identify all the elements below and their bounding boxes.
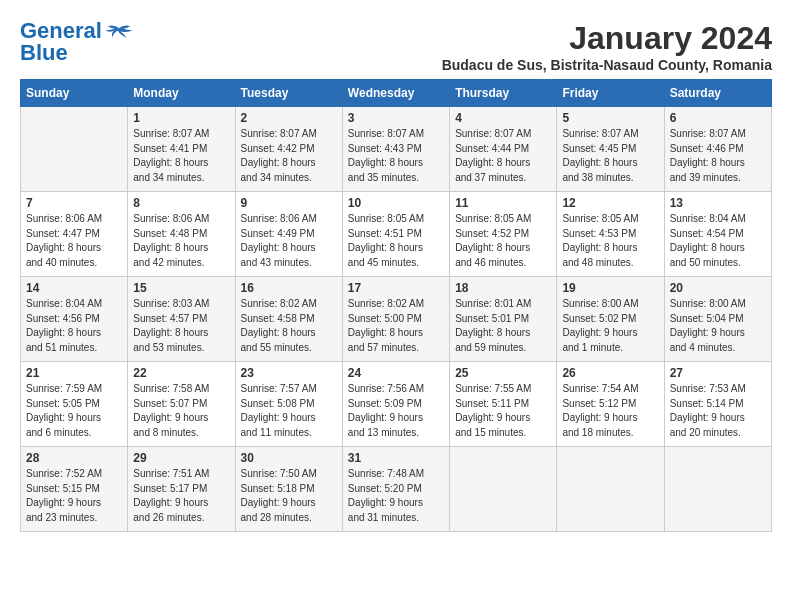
month-title: January 2024 xyxy=(442,20,772,57)
calendar-cell: 26Sunrise: 7:54 AM Sunset: 5:12 PM Dayli… xyxy=(557,362,664,447)
calendar-cell: 10Sunrise: 8:05 AM Sunset: 4:51 PM Dayli… xyxy=(342,192,449,277)
day-number: 29 xyxy=(133,451,229,465)
calendar-cell: 3Sunrise: 8:07 AM Sunset: 4:43 PM Daylig… xyxy=(342,107,449,192)
day-number: 8 xyxy=(133,196,229,210)
day-number: 11 xyxy=(455,196,551,210)
day-number: 7 xyxy=(26,196,122,210)
day-number: 25 xyxy=(455,366,551,380)
day-info: Sunrise: 8:07 AM Sunset: 4:46 PM Dayligh… xyxy=(670,127,766,185)
calendar-cell xyxy=(557,447,664,532)
day-info: Sunrise: 8:05 AM Sunset: 4:53 PM Dayligh… xyxy=(562,212,658,270)
day-number: 14 xyxy=(26,281,122,295)
calendar-cell: 4Sunrise: 8:07 AM Sunset: 4:44 PM Daylig… xyxy=(450,107,557,192)
calendar-week-row: 28Sunrise: 7:52 AM Sunset: 5:15 PM Dayli… xyxy=(21,447,772,532)
day-number: 28 xyxy=(26,451,122,465)
calendar-cell: 23Sunrise: 7:57 AM Sunset: 5:08 PM Dayli… xyxy=(235,362,342,447)
day-info: Sunrise: 8:03 AM Sunset: 4:57 PM Dayligh… xyxy=(133,297,229,355)
calendar-cell: 28Sunrise: 7:52 AM Sunset: 5:15 PM Dayli… xyxy=(21,447,128,532)
day-info: Sunrise: 8:06 AM Sunset: 4:48 PM Dayligh… xyxy=(133,212,229,270)
day-info: Sunrise: 8:01 AM Sunset: 5:01 PM Dayligh… xyxy=(455,297,551,355)
calendar-cell: 29Sunrise: 7:51 AM Sunset: 5:17 PM Dayli… xyxy=(128,447,235,532)
day-number: 6 xyxy=(670,111,766,125)
weekday-header-cell: Thursday xyxy=(450,80,557,107)
day-info: Sunrise: 7:52 AM Sunset: 5:15 PM Dayligh… xyxy=(26,467,122,525)
calendar-cell: 18Sunrise: 8:01 AM Sunset: 5:01 PM Dayli… xyxy=(450,277,557,362)
calendar-cell xyxy=(664,447,771,532)
weekday-header-cell: Friday xyxy=(557,80,664,107)
calendar-week-row: 7Sunrise: 8:06 AM Sunset: 4:47 PM Daylig… xyxy=(21,192,772,277)
calendar-cell: 22Sunrise: 7:58 AM Sunset: 5:07 PM Dayli… xyxy=(128,362,235,447)
day-number: 30 xyxy=(241,451,337,465)
day-number: 16 xyxy=(241,281,337,295)
calendar-cell: 6Sunrise: 8:07 AM Sunset: 4:46 PM Daylig… xyxy=(664,107,771,192)
day-info: Sunrise: 7:48 AM Sunset: 5:20 PM Dayligh… xyxy=(348,467,444,525)
calendar-cell xyxy=(450,447,557,532)
day-number: 31 xyxy=(348,451,444,465)
weekday-header-cell: Monday xyxy=(128,80,235,107)
calendar-cell: 8Sunrise: 8:06 AM Sunset: 4:48 PM Daylig… xyxy=(128,192,235,277)
day-number: 26 xyxy=(562,366,658,380)
day-info: Sunrise: 8:07 AM Sunset: 4:45 PM Dayligh… xyxy=(562,127,658,185)
calendar-cell: 13Sunrise: 8:04 AM Sunset: 4:54 PM Dayli… xyxy=(664,192,771,277)
calendar-cell: 25Sunrise: 7:55 AM Sunset: 5:11 PM Dayli… xyxy=(450,362,557,447)
day-info: Sunrise: 8:04 AM Sunset: 4:56 PM Dayligh… xyxy=(26,297,122,355)
calendar-cell: 7Sunrise: 8:06 AM Sunset: 4:47 PM Daylig… xyxy=(21,192,128,277)
day-info: Sunrise: 7:55 AM Sunset: 5:11 PM Dayligh… xyxy=(455,382,551,440)
day-number: 19 xyxy=(562,281,658,295)
day-number: 1 xyxy=(133,111,229,125)
day-info: Sunrise: 7:54 AM Sunset: 5:12 PM Dayligh… xyxy=(562,382,658,440)
weekday-header-cell: Wednesday xyxy=(342,80,449,107)
day-number: 18 xyxy=(455,281,551,295)
day-info: Sunrise: 8:02 AM Sunset: 4:58 PM Dayligh… xyxy=(241,297,337,355)
day-info: Sunrise: 8:05 AM Sunset: 4:52 PM Dayligh… xyxy=(455,212,551,270)
calendar-cell: 11Sunrise: 8:05 AM Sunset: 4:52 PM Dayli… xyxy=(450,192,557,277)
calendar-table: SundayMondayTuesdayWednesdayThursdayFrid… xyxy=(20,79,772,532)
logo-bird-icon xyxy=(104,23,134,41)
calendar-cell: 5Sunrise: 8:07 AM Sunset: 4:45 PM Daylig… xyxy=(557,107,664,192)
day-number: 21 xyxy=(26,366,122,380)
calendar-cell: 20Sunrise: 8:00 AM Sunset: 5:04 PM Dayli… xyxy=(664,277,771,362)
calendar-cell: 31Sunrise: 7:48 AM Sunset: 5:20 PM Dayli… xyxy=(342,447,449,532)
subtitle: Budacu de Sus, Bistrita-Nasaud County, R… xyxy=(442,57,772,73)
day-info: Sunrise: 8:00 AM Sunset: 5:02 PM Dayligh… xyxy=(562,297,658,355)
calendar-cell: 19Sunrise: 8:00 AM Sunset: 5:02 PM Dayli… xyxy=(557,277,664,362)
calendar-cell: 21Sunrise: 7:59 AM Sunset: 5:05 PM Dayli… xyxy=(21,362,128,447)
day-info: Sunrise: 8:02 AM Sunset: 5:00 PM Dayligh… xyxy=(348,297,444,355)
calendar-cell: 1Sunrise: 8:07 AM Sunset: 4:41 PM Daylig… xyxy=(128,107,235,192)
day-number: 3 xyxy=(348,111,444,125)
day-number: 20 xyxy=(670,281,766,295)
calendar-cell: 12Sunrise: 8:05 AM Sunset: 4:53 PM Dayli… xyxy=(557,192,664,277)
calendar-body: 1Sunrise: 8:07 AM Sunset: 4:41 PM Daylig… xyxy=(21,107,772,532)
calendar-cell xyxy=(21,107,128,192)
day-number: 24 xyxy=(348,366,444,380)
day-info: Sunrise: 7:57 AM Sunset: 5:08 PM Dayligh… xyxy=(241,382,337,440)
day-number: 5 xyxy=(562,111,658,125)
calendar-cell: 17Sunrise: 8:02 AM Sunset: 5:00 PM Dayli… xyxy=(342,277,449,362)
calendar-cell: 15Sunrise: 8:03 AM Sunset: 4:57 PM Dayli… xyxy=(128,277,235,362)
weekday-header-cell: Saturday xyxy=(664,80,771,107)
day-number: 23 xyxy=(241,366,337,380)
day-info: Sunrise: 8:05 AM Sunset: 4:51 PM Dayligh… xyxy=(348,212,444,270)
weekday-header-cell: Sunday xyxy=(21,80,128,107)
day-number: 12 xyxy=(562,196,658,210)
weekday-header-row: SundayMondayTuesdayWednesdayThursdayFrid… xyxy=(21,80,772,107)
day-info: Sunrise: 8:04 AM Sunset: 4:54 PM Dayligh… xyxy=(670,212,766,270)
calendar-week-row: 14Sunrise: 8:04 AM Sunset: 4:56 PM Dayli… xyxy=(21,277,772,362)
day-info: Sunrise: 8:07 AM Sunset: 4:43 PM Dayligh… xyxy=(348,127,444,185)
title-block: January 2024 Budacu de Sus, Bistrita-Nas… xyxy=(442,20,772,73)
calendar-cell: 16Sunrise: 8:02 AM Sunset: 4:58 PM Dayli… xyxy=(235,277,342,362)
day-number: 10 xyxy=(348,196,444,210)
calendar-cell: 30Sunrise: 7:50 AM Sunset: 5:18 PM Dayli… xyxy=(235,447,342,532)
day-info: Sunrise: 7:58 AM Sunset: 5:07 PM Dayligh… xyxy=(133,382,229,440)
day-number: 9 xyxy=(241,196,337,210)
day-info: Sunrise: 7:59 AM Sunset: 5:05 PM Dayligh… xyxy=(26,382,122,440)
day-number: 4 xyxy=(455,111,551,125)
calendar-cell: 2Sunrise: 8:07 AM Sunset: 4:42 PM Daylig… xyxy=(235,107,342,192)
day-info: Sunrise: 8:00 AM Sunset: 5:04 PM Dayligh… xyxy=(670,297,766,355)
header-area: GeneralBlue January 2024 Budacu de Sus, … xyxy=(20,20,772,73)
calendar-cell: 24Sunrise: 7:56 AM Sunset: 5:09 PM Dayli… xyxy=(342,362,449,447)
calendar-header: SundayMondayTuesdayWednesdayThursdayFrid… xyxy=(21,80,772,107)
day-number: 15 xyxy=(133,281,229,295)
day-info: Sunrise: 8:07 AM Sunset: 4:44 PM Dayligh… xyxy=(455,127,551,185)
calendar-cell: 9Sunrise: 8:06 AM Sunset: 4:49 PM Daylig… xyxy=(235,192,342,277)
